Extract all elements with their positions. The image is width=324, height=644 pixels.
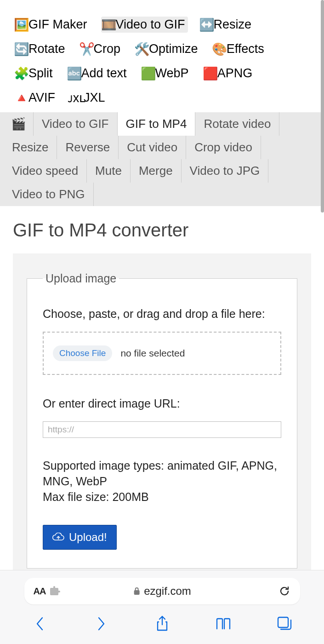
tool-avif[interactable]: 🔺AVIF (14, 90, 58, 106)
effects-icon: 🎨 (215, 44, 225, 54)
video-to-gif-icon: 🎞️ (104, 20, 114, 30)
main-content: GIF to MP4 converter Upload image Choose… (0, 206, 324, 587)
subnav-resize[interactable]: Resize (4, 136, 57, 159)
tool-jxl[interactable]: ᴊxʟJXL (69, 90, 108, 106)
url-label: Or enter direct image URL: (43, 397, 281, 410)
tool-video-to-gif[interactable]: 🎞️Video to GIF (101, 17, 188, 33)
tool-label: Resize (214, 17, 252, 32)
tools-nav: 🖼️GIF Maker🎞️Video to GIF↔️Resize🔄Rotate… (0, 0, 324, 112)
tool-label: Rotate (28, 42, 65, 56)
gif-maker-icon: 🖼️ (17, 20, 27, 30)
svg-rect-1 (278, 617, 288, 627)
tool-crop[interactable]: ✂️Crop (79, 41, 124, 57)
subnav-reverse[interactable]: Reverse (57, 136, 119, 159)
rotate-icon: 🔄 (17, 44, 27, 54)
subnav-video-speed[interactable]: Video speed (4, 159, 87, 183)
jxl-icon: ᴊxʟ (72, 93, 82, 103)
safari-bottom-bar: AA ezgif.com (0, 570, 324, 644)
tool-label: Optimize (149, 42, 198, 56)
subnav-merge[interactable]: Merge (131, 159, 182, 183)
tool-add-text[interactable]: 🔤Add text (67, 65, 130, 81)
address-domain: ezgif.com (144, 585, 191, 598)
tool-label: Crop (94, 42, 121, 56)
split-icon: 🧩 (17, 69, 27, 79)
back-button[interactable] (31, 615, 49, 633)
choose-instruction: Choose, paste, or drag and drop a file h… (43, 307, 281, 321)
subnav-rotate-video[interactable]: Rotate video (195, 112, 279, 136)
file-dropzone[interactable]: Choose File no file selected (43, 332, 281, 375)
supported-types-text: Supported image types: animated GIF, APN… (43, 458, 281, 505)
extensions-icon[interactable] (49, 586, 60, 596)
tool-label: APNG (217, 66, 253, 80)
svg-rect-0 (134, 590, 139, 595)
tool-split[interactable]: 🧩Split (14, 65, 56, 81)
tool-label: Video to GIF (116, 17, 185, 32)
subnav-video-to-gif[interactable]: Video to GIF (34, 112, 118, 136)
subnav-video-to-png[interactable]: Video to PNG (4, 183, 94, 206)
choose-file-button[interactable]: Choose File (53, 345, 112, 361)
tool-label: WebP (155, 66, 189, 80)
optimize-icon: 🛠️ (137, 44, 147, 54)
cloud-upload-icon (52, 533, 64, 542)
reload-icon[interactable] (279, 585, 290, 597)
fieldset-legend: Upload image (43, 272, 119, 285)
bookmarks-button[interactable] (214, 615, 233, 633)
no-file-selected-text: no file selected (120, 348, 185, 359)
tabs-button[interactable] (275, 615, 294, 633)
forward-button[interactable] (92, 615, 110, 633)
tool-gif-maker[interactable]: 🖼️GIF Maker (14, 17, 90, 33)
tool-label: Add text (81, 66, 127, 80)
tool-rotate[interactable]: 🔄Rotate (14, 41, 68, 57)
subnav-crop-video[interactable]: Crop video (186, 136, 261, 159)
upload-panel: Upload image Choose, paste, or drag and … (13, 253, 311, 587)
address-pill[interactable]: AA ezgif.com (24, 578, 300, 604)
tool-label: AVIF (28, 91, 55, 105)
tool-webp[interactable]: 🟩WebP (141, 65, 192, 81)
resize-icon: ↔️ (202, 20, 212, 30)
video-subnav: 🎬Video to GIFGIF to MP4Rotate videoResiz… (0, 112, 324, 206)
tool-apng[interactable]: 🟥APNG (203, 65, 256, 81)
tool-label: Effects (227, 42, 264, 56)
upload-button[interactable]: Upload! (43, 525, 117, 550)
avif-icon: 🔺 (17, 93, 27, 103)
lock-icon (133, 587, 140, 595)
subnav-gif-to-mp4[interactable]: GIF to MP4 (118, 112, 196, 136)
add-text-icon: 🔤 (69, 69, 80, 79)
subnav-video-to-jpg[interactable]: Video to JPG (182, 159, 269, 183)
subnav-cut-video[interactable]: Cut video (119, 136, 186, 159)
webp-icon: 🟩 (143, 69, 153, 79)
upload-fieldset: Upload image Choose, paste, or drag and … (27, 272, 297, 569)
crop-icon: ✂️ (82, 44, 92, 54)
text-size-button[interactable]: AA (34, 586, 46, 597)
tool-label: Split (28, 66, 53, 80)
apng-icon: 🟥 (205, 69, 216, 79)
share-button[interactable] (153, 615, 171, 633)
tool-effects[interactable]: 🎨Effects (212, 41, 267, 57)
page-title: GIF to MP4 converter (13, 220, 311, 241)
subnav-home[interactable]: 🎬 (4, 112, 34, 136)
tool-optimize[interactable]: 🛠️Optimize (134, 41, 201, 57)
url-input[interactable] (43, 421, 281, 438)
tool-label: GIF Maker (28, 17, 87, 32)
tool-label: JXL (84, 91, 105, 105)
tool-resize[interactable]: ↔️Resize (199, 17, 255, 33)
subnav-mute[interactable]: Mute (87, 159, 131, 183)
safari-toolbar (0, 608, 324, 644)
address-row: AA ezgif.com (0, 570, 324, 608)
scrollbar[interactable] (321, 0, 324, 213)
